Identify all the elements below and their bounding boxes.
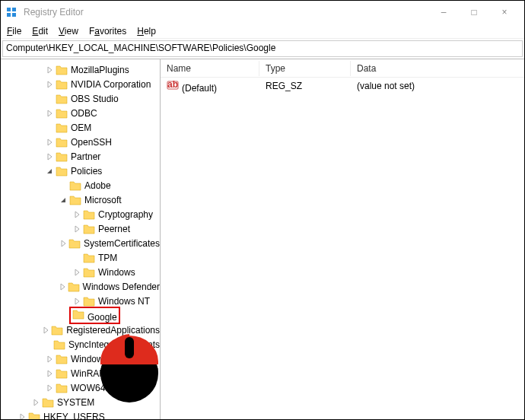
chevron-down-icon[interactable] <box>57 194 69 206</box>
close-button[interactable]: × <box>489 2 520 22</box>
tree-item-label: Peernet <box>98 224 130 234</box>
chevron-right-icon[interactable] <box>40 324 52 336</box>
menu-view[interactable]: View <box>59 26 78 37</box>
tree-item[interactable]: Peernet <box>1 221 160 236</box>
folder-icon <box>42 396 54 409</box>
menu-help[interactable]: Help <box>137 26 156 37</box>
tree-item-label: SYSTEM <box>57 397 94 408</box>
address-bar[interactable]: Computer\HKEY_LOCAL_MACHINE\SOFTWARE\Pol… <box>2 40 523 57</box>
folder-icon <box>56 151 68 163</box>
tree-item[interactable]: WOW6432Node <box>1 380 160 395</box>
value-type: REG_SZ <box>259 79 351 93</box>
tree-item-label: Adobe <box>84 180 111 191</box>
tree-item-label: ODBC <box>71 108 97 119</box>
list-header[interactable]: Name Type Data <box>161 59 524 78</box>
folder-icon <box>56 64 68 76</box>
svg-rect-2 <box>7 13 11 17</box>
value-data: (value not set) <box>351 79 524 93</box>
column-name[interactable]: Name <box>161 61 259 76</box>
tree-item-label: OBS Studio <box>71 94 119 104</box>
tree-item[interactable]: TPM <box>1 250 160 265</box>
chevron-right-icon[interactable] <box>71 223 83 235</box>
tree-item-label: Windows <box>71 354 108 364</box>
tree-item-label: WinRAR <box>71 368 106 379</box>
tree-item[interactable]: SyncIntegrationClients <box>1 337 160 352</box>
tree-item[interactable]: Google <box>1 308 160 323</box>
chevron-right-icon[interactable] <box>43 107 56 119</box>
tree-item[interactable]: Adobe <box>1 178 160 192</box>
tree-item-label: Google <box>88 312 117 323</box>
minimize-button[interactable]: – <box>428 2 459 22</box>
tree-item[interactable]: SYSTEM <box>1 395 160 409</box>
tree-item[interactable]: ODBC <box>1 106 160 120</box>
tree-item[interactable]: Policies <box>1 164 160 178</box>
tree-item[interactable]: OpenSSH <box>1 135 160 149</box>
tree-item-label: SyncIntegrationClients <box>68 339 160 350</box>
tree-item[interactable]: Windows <box>1 352 160 366</box>
chevron-right-icon[interactable] <box>59 237 68 250</box>
folder-icon <box>56 382 68 394</box>
chevron-down-icon[interactable] <box>43 165 56 177</box>
folder-icon <box>69 194 81 206</box>
tree-item[interactable]: Windows <box>1 265 160 279</box>
chevron-right-icon[interactable] <box>71 295 83 307</box>
menu-favorites[interactable]: Favorites <box>89 26 126 37</box>
folder-icon <box>56 136 68 148</box>
tree-item[interactable]: MozillaPlugins <box>1 62 160 77</box>
chevron-right-icon[interactable] <box>43 78 56 91</box>
chevron-right-icon[interactable] <box>71 208 83 221</box>
chevron-right-icon[interactable] <box>43 64 56 76</box>
tree-item[interactable]: Microsoft <box>1 192 160 207</box>
chevron-right-icon[interactable] <box>30 396 42 409</box>
chevron-right-icon[interactable] <box>43 353 56 365</box>
chevron-right-icon[interactable] <box>16 411 28 420</box>
window-title: Registry Editor <box>24 7 428 18</box>
folder-icon <box>83 223 95 235</box>
tree-pane[interactable]: MozillaPluginsNVIDIA CorporationOBS Stud… <box>1 59 161 419</box>
values-list-pane[interactable]: Name Type Data ab(Default)REG_SZ(value n… <box>161 59 524 419</box>
tree-item[interactable]: OEM <box>1 120 160 135</box>
value-name: (Default) <box>182 83 217 94</box>
titlebar[interactable]: Registry Editor – □ × <box>1 1 524 24</box>
tree-item[interactable]: Windows Defender <box>1 279 160 294</box>
folder-icon <box>83 295 95 307</box>
chevron-right-icon[interactable] <box>43 136 56 148</box>
chevron-right-icon[interactable] <box>43 382 56 394</box>
chevron-right-icon[interactable] <box>43 368 56 380</box>
tree-item[interactable]: NVIDIA Corporation <box>1 77 160 91</box>
folder-icon <box>72 308 84 320</box>
tree-item-label: OEM <box>71 123 91 133</box>
column-data[interactable]: Data <box>351 61 524 76</box>
folder-icon <box>68 237 81 250</box>
tree-item-label: HKEY_USERS <box>43 412 105 420</box>
selected-tree-item[interactable]: Google <box>69 307 120 324</box>
chevron-right-icon[interactable] <box>43 151 56 163</box>
tree-item-label: Cryptography <box>98 209 153 220</box>
tree-item[interactable]: OBS Studio <box>1 91 160 106</box>
folder-icon <box>51 324 63 336</box>
tree-item-label: OpenSSH <box>71 137 112 148</box>
column-type[interactable]: Type <box>259 61 351 76</box>
tree-item[interactable]: HKEY_USERS <box>1 409 160 419</box>
value-row[interactable]: ab(Default)REG_SZ(value not set) <box>161 78 524 94</box>
folder-icon <box>69 180 81 192</box>
folder-icon <box>56 107 68 119</box>
menu-edit[interactable]: Edit <box>32 26 48 37</box>
tree-item[interactable]: Partner <box>1 149 160 164</box>
folder-icon <box>56 93 68 105</box>
chevron-right-icon[interactable] <box>71 266 83 278</box>
maximize-button[interactable]: □ <box>459 2 489 22</box>
folder-icon <box>83 208 95 221</box>
menu-file[interactable]: File <box>7 26 21 37</box>
tree-item[interactable]: WinRAR <box>1 366 160 380</box>
tree-item-label: Windows NT <box>98 296 150 307</box>
tree-item-label: RegisteredApplications <box>66 325 160 336</box>
folder-icon <box>83 266 95 278</box>
tree-item[interactable]: Cryptography <box>1 207 160 221</box>
tree-item[interactable]: RegisteredApplications <box>1 323 160 337</box>
tree-item[interactable]: SystemCertificates <box>1 236 160 250</box>
svg-text:ab: ab <box>167 79 178 90</box>
tree-item-label: Partner <box>71 151 100 162</box>
tree-item-label: Policies <box>71 166 102 177</box>
chevron-right-icon[interactable] <box>58 281 68 293</box>
